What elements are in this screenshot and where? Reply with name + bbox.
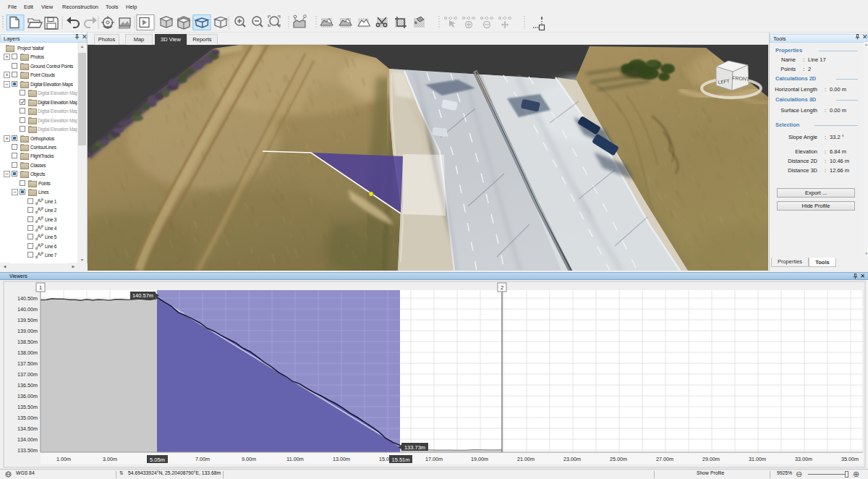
svg-text:139.00m: 139.00m [17,328,38,334]
svg-text:23.00m: 23.00m [563,456,581,462]
svg-text:29.00m: 29.00m [702,456,720,462]
svg-text:138.50m: 138.50m [17,339,38,345]
svg-text:135.00m: 135.00m [17,415,38,421]
svg-text:135.50m: 135.50m [17,404,38,410]
svg-text:2: 2 [501,284,503,291]
svg-text:138.00m: 138.00m [17,349,38,356]
svg-text:140.50m: 140.50m [17,295,38,302]
svg-text:136.50m: 136.50m [17,382,38,389]
svg-text:134.00m: 134.00m [17,436,38,443]
svg-text:1: 1 [39,284,42,291]
svg-text:21.00m: 21.00m [517,456,535,462]
svg-text:3.00m: 3.00m [103,456,117,462]
svg-text:137.00m: 137.00m [17,371,38,378]
svg-text:27.00m: 27.00m [656,456,673,462]
svg-text:140.00m: 140.00m [17,306,38,313]
svg-text:19.00m: 19.00m [471,456,488,462]
svg-text:5.05m: 5.05m [150,457,165,463]
svg-text:136.00m: 136.00m [17,393,38,399]
svg-text:11.00m: 11.00m [286,456,303,462]
svg-text:15.0: 15.0 [379,456,389,462]
svg-text:13.00m: 13.00m [333,456,350,462]
svg-text:137.50m: 137.50m [17,360,38,367]
svg-text:1.00m: 1.00m [56,456,71,462]
svg-text:31.00m: 31.00m [749,456,766,462]
svg-text:25.00m: 25.00m [610,456,627,462]
svg-text:9.00m: 9.00m [242,456,256,462]
svg-text:33.00m: 33.00m [795,456,812,462]
svg-text:17.00m: 17.00m [425,456,443,462]
svg-text:7.00m: 7.00m [195,456,210,462]
svg-text:133.50m: 133.50m [17,447,38,454]
svg-text:35.00m: 35.00m [841,456,859,462]
svg-text:15.51m: 15.51m [391,457,409,463]
svg-text:134.50m: 134.50m [17,425,38,432]
svg-text:133.73m: 133.73m [404,444,425,451]
svg-text:139.50m: 139.50m [17,317,38,323]
svg-text:140.57m: 140.57m [132,292,153,299]
